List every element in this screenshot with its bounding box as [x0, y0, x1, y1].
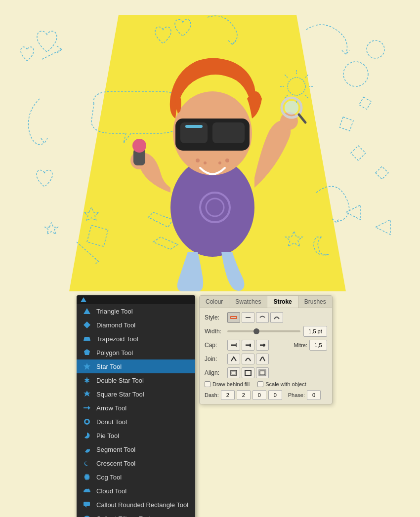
- donut-icon: [83, 417, 91, 426]
- width-slider[interactable]: [227, 330, 300, 332]
- svg-marker-16: [351, 146, 366, 160]
- tool-item-arrow[interactable]: Arrow Tool: [77, 401, 195, 415]
- cap-btn-butt[interactable]: [227, 340, 240, 351]
- trapezoid-icon: [83, 334, 91, 343]
- width-label: Width:: [205, 328, 224, 335]
- ui-area: Triangle ToolDiamond ToolTrapezoid ToolP…: [0, 291, 420, 517]
- callout-ellipse-icon: [83, 514, 91, 517]
- checkbox-row: Draw behind fill Scale with object: [205, 381, 327, 387]
- style-btn-square-cap[interactable]: [227, 312, 240, 323]
- svg-marker-18: [346, 205, 361, 220]
- tool-menu-header: [77, 295, 195, 304]
- svg-rect-61: [250, 344, 251, 347]
- tab-brushes[interactable]: Brushes: [298, 296, 332, 308]
- join-label: Join:: [205, 356, 224, 362]
- tool-item-callout-ellipse[interactable]: Callout Ellipse Tool: [77, 512, 195, 517]
- join-btn-bevel[interactable]: [256, 354, 269, 364]
- tool-label-square-star: Square Star Tool: [96, 391, 144, 398]
- dash-input-4[interactable]: [268, 390, 282, 400]
- svg-rect-22: [359, 97, 372, 110]
- svg-rect-55: [231, 317, 237, 318]
- tool-item-square-star[interactable]: Square Star Tool: [77, 387, 195, 401]
- width-value-input[interactable]: [303, 326, 327, 337]
- tool-item-crescent[interactable]: Crescent Tool: [77, 456, 195, 470]
- align-buttons: [227, 367, 327, 378]
- tool-label-donut: Donut Tool: [96, 418, 127, 426]
- mitre-input[interactable]: [309, 340, 327, 351]
- tool-item-cog[interactable]: Cog Tool: [77, 470, 195, 484]
- mitre-label: Mitre:: [294, 342, 308, 348]
- scale-with-object-checkbox[interactable]: [257, 381, 263, 387]
- tool-item-callout-rect[interactable]: Callout Rounded Rectangle Tool: [77, 498, 195, 512]
- stroke-tabs: Colour Swatches Stroke Brushes: [200, 296, 332, 308]
- tool-item-triangle[interactable]: Triangle Tool: [77, 304, 195, 318]
- width-slider-thumb: [253, 328, 259, 334]
- dash-label: Dash:: [205, 392, 219, 398]
- svg-marker-1: [45, 223, 58, 234]
- tool-label-callout-ellipse: Callout Ellipse Tool: [96, 515, 151, 517]
- svg-point-5: [343, 62, 368, 86]
- tool-item-segment[interactable]: Segment Tool: [77, 442, 195, 456]
- style-label: Style:: [205, 314, 224, 321]
- tool-item-donut[interactable]: Donut Tool: [77, 415, 195, 429]
- svg-rect-64: [232, 371, 236, 374]
- svg-marker-17: [376, 166, 388, 179]
- crescent-icon: [83, 459, 91, 468]
- align-btn-center[interactable]: [242, 367, 254, 378]
- stroke-panel: Colour Swatches Stroke Brushes Style:: [199, 295, 333, 404]
- draw-behind-fill-label: Draw behind fill: [212, 381, 250, 387]
- dash-input-1[interactable]: [221, 390, 235, 400]
- phase-input[interactable]: [307, 390, 321, 400]
- align-btn-inside[interactable]: [227, 367, 240, 378]
- tool-item-star[interactable]: Star Tool: [77, 359, 195, 373]
- tool-label-star: Star Tool: [96, 363, 122, 370]
- tool-label-arrow: Arrow Tool: [96, 404, 126, 412]
- join-row: Join:: [205, 354, 327, 364]
- stroke-body: Style: Width: [200, 308, 332, 404]
- join-btn-miter[interactable]: [227, 354, 240, 364]
- dash-input-3[interactable]: [252, 390, 266, 400]
- cap-btn-square[interactable]: [242, 340, 254, 351]
- style-btn-curve[interactable]: [256, 312, 269, 323]
- tool-label-cloud: Cloud Tool: [96, 487, 126, 495]
- svg-rect-21: [339, 117, 353, 131]
- svg-point-6: [367, 40, 384, 58]
- scale-with-object-label: Scale with object: [265, 381, 306, 387]
- svg-marker-52: [85, 506, 86, 508]
- cog-icon: [83, 473, 91, 481]
- style-row: Style:: [205, 312, 327, 323]
- align-btn-outside[interactable]: [256, 367, 269, 378]
- style-btn-pressure[interactable]: [270, 312, 283, 323]
- cap-label: Cap:: [205, 342, 224, 349]
- tab-swatches[interactable]: Swatches: [229, 296, 267, 308]
- tool-item-double-star[interactable]: Double Star Tool: [77, 373, 195, 387]
- tab-stroke[interactable]: Stroke: [267, 296, 298, 308]
- tool-label-cog: Cog Tool: [96, 474, 122, 481]
- tool-label-segment: Segment Tool: [96, 446, 135, 453]
- tool-label-crescent: Crescent Tool: [96, 460, 135, 467]
- tool-label-callout-rect: Callout Rounded Rectangle Tool: [96, 501, 188, 509]
- draw-behind-fill-checkbox[interactable]: [205, 381, 210, 387]
- align-label: Align:: [205, 369, 224, 376]
- svg-marker-45: [84, 349, 90, 355]
- width-row: Width:: [205, 326, 327, 337]
- dash-input-2[interactable]: [237, 390, 251, 400]
- cap-btn-round[interactable]: [256, 340, 269, 351]
- style-btn-stroke[interactable]: [242, 312, 254, 323]
- svg-marker-44: [84, 337, 90, 341]
- segment-icon: [83, 445, 91, 454]
- style-buttons: [227, 312, 283, 323]
- double-star-icon: [83, 376, 91, 385]
- tool-list: Triangle ToolDiamond ToolTrapezoid ToolP…: [77, 304, 195, 517]
- tool-item-trapezoid[interactable]: Trapezoid Tool: [77, 332, 195, 346]
- tool-item-pie[interactable]: Pie Tool: [77, 429, 195, 442]
- illustration-area: [0, 0, 420, 291]
- join-btn-round[interactable]: [242, 354, 254, 364]
- callout-rect-icon: [83, 500, 91, 509]
- tool-label-trapezoid: Trapezoid Tool: [96, 335, 138, 343]
- tab-colour[interactable]: Colour: [200, 296, 229, 308]
- tool-item-diamond[interactable]: Diamond Tool: [77, 318, 195, 332]
- tool-item-polygon[interactable]: Polygon Tool: [77, 346, 195, 359]
- tool-item-cloud[interactable]: Cloud Tool: [77, 484, 195, 498]
- svg-rect-65: [245, 370, 251, 375]
